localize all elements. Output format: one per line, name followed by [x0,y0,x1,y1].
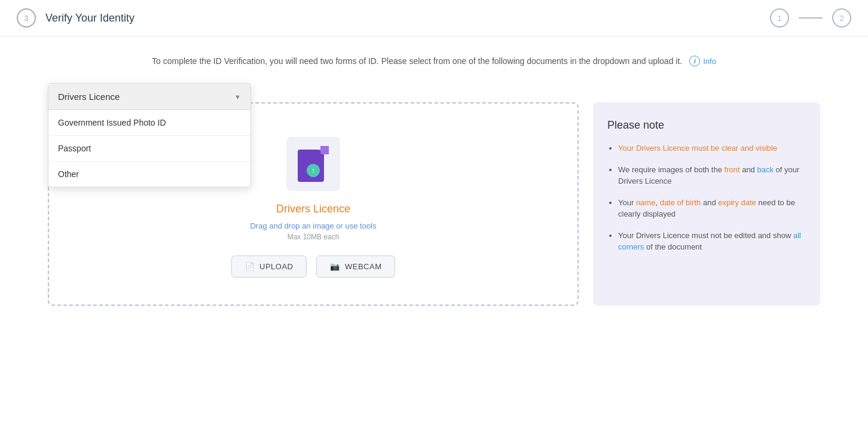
step-circle-2: 2 [832,8,851,28]
note-item-3: Your name, date of birth and expiry date… [618,197,806,220]
instruction-row: To complete the ID Verification, you wil… [48,56,820,66]
top-bar: 3 Verify Your Identity 1 2 [0,0,868,36]
step-connector [799,17,823,19]
upload-doc-title: Drivers Licence [276,203,350,215]
dropdown-menu[interactable]: Drivers Licence ▼ Government Issued Phot… [48,83,251,187]
note-panel: Please note Your Drivers Licence must be… [593,102,820,306]
upload-subtitle: Drag and drop an image or use tools [250,221,376,230]
note-list: Your Drivers Licence must be clear and v… [607,142,806,253]
dropdown-header[interactable]: Drivers Licence ▼ [48,84,250,110]
upload-file-icon: 📄 [245,262,255,271]
dropdown-item-other[interactable]: Other [48,162,250,187]
dropdown-item-passport[interactable]: Passport [48,136,250,162]
info-label: Info [703,57,716,66]
note-title: Please note [607,119,806,132]
upload-buttons: 📄 UPLOAD 📷 WEBCAM [231,255,396,278]
file-upload-icon: ↑ [298,146,329,182]
upload-max-size: Max 10MB each [288,233,340,241]
file-ear [320,146,329,154]
step-circle-1: 1 [770,8,789,28]
info-icon: i [689,56,700,66]
step-indicators: 1 2 [770,8,851,28]
note-item-1: Your Drivers Licence must be clear and v… [618,142,806,154]
dropdown-arrow-icon: ▼ [234,93,241,101]
step-left: 3 [17,8,36,28]
main-content: To complete the ID Verification, you wil… [0,36,868,325]
page-title: Verify Your Identity [45,12,135,25]
file-arrow: ↑ [307,164,320,177]
webcam-icon: 📷 [330,262,340,271]
info-button[interactable]: i Info [689,56,716,66]
instruction-text: To complete the ID Verification, you wil… [152,56,682,66]
dropdown-selected-value: Drivers Licence [58,92,120,102]
webcam-button[interactable]: 📷 WEBCAM [316,255,395,278]
dropdown-item-govt[interactable]: Government Issued Photo ID [48,110,250,136]
note-item-4: Your Drivers Licence must not be edited … [618,230,806,253]
upload-icon-wrapper: ↑ [286,137,340,191]
upload-button[interactable]: 📄 UPLOAD [231,255,307,278]
note-item-2: We require images of both the front and … [618,164,806,187]
